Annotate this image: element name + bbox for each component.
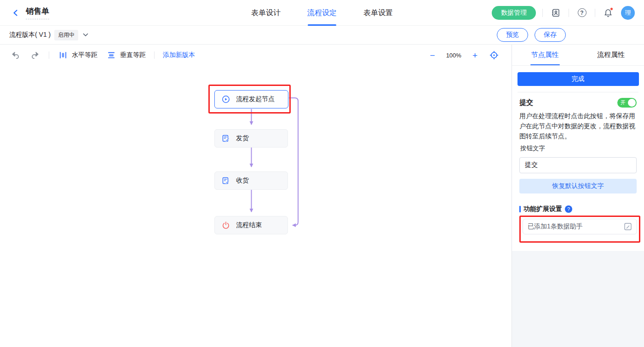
divider <box>154 51 155 59</box>
toggle-on-label: 开 <box>621 99 626 106</box>
back-icon[interactable] <box>9 6 22 19</box>
flow-node-label: 发货 <box>236 134 249 142</box>
save-button[interactable]: 保存 <box>535 28 566 42</box>
tab-form-setting[interactable]: 表单设置 <box>363 0 393 26</box>
toggle-knob <box>628 99 636 107</box>
chevron-down-icon[interactable] <box>83 32 88 38</box>
version-actions: 预览 保存 <box>497 28 635 42</box>
extension-help-icon[interactable]: ? <box>565 205 572 213</box>
vertical-spacing-button[interactable]: 垂直等距 <box>106 50 146 61</box>
horizontal-spacing-button[interactable]: 水平等距 <box>58 50 98 61</box>
undo-icon[interactable] <box>10 50 21 61</box>
status-badge: 启用中 <box>54 30 78 40</box>
top-header: 销售单 表单设计 流程设定 表单设置 数据管理 ? <box>0 0 644 26</box>
flow-node-shipping[interactable]: 发货 <box>214 129 288 148</box>
divider <box>49 51 49 59</box>
flow-node-label: 收货 <box>236 176 249 185</box>
zoom-out-button[interactable]: − <box>430 51 435 60</box>
submit-setting-label: 提交 <box>519 98 533 107</box>
vertical-spacing-icon <box>106 50 117 61</box>
zoom-controls: − 100% + <box>430 50 512 61</box>
preview-button[interactable]: 预览 <box>497 28 528 42</box>
app-window: 销售单 表单设计 流程设定 表单设置 数据管理 ? <box>0 0 644 347</box>
page-title[interactable]: 销售单 <box>26 6 49 19</box>
submit-toggle[interactable]: 开 <box>617 98 637 108</box>
horizontal-spacing-label: 水平等距 <box>72 51 98 59</box>
data-assistant-row[interactable]: 已添加1条数据助手 <box>523 219 637 234</box>
flow-node-receiving[interactable]: 收货 <box>214 171 288 190</box>
horizontal-spacing-icon <box>58 50 69 61</box>
vertical-spacing-label: 垂直等距 <box>120 51 146 59</box>
version-bar: 流程版本( V1 ) 启用中 预览 保存 <box>0 26 644 45</box>
flow-node-label: 流程发起节点 <box>236 95 275 103</box>
fit-center-icon[interactable] <box>489 50 500 61</box>
reset-button-text-button[interactable]: 恢复默认按钮文字 <box>519 179 637 193</box>
submit-description: 用户在处理流程时点击此按钮，将保存用户在此节点中对数据的更改，流程数据视图转至后… <box>519 111 637 142</box>
tab-node-properties[interactable]: 节点属性 <box>512 45 578 65</box>
tab-flow-setting[interactable]: 流程设定 <box>307 0 337 26</box>
divider <box>569 9 569 17</box>
divider <box>595 9 595 17</box>
flow-node-label: 流程结束 <box>236 221 262 229</box>
redo-icon[interactable] <box>29 50 40 61</box>
button-text-input[interactable] <box>519 157 637 173</box>
done-button[interactable]: 完成 <box>518 72 639 86</box>
play-circle-icon <box>222 95 230 103</box>
data-assistant-text: 已添加1条数据助手 <box>528 222 624 231</box>
edit-doc-icon <box>222 134 230 142</box>
main-area: 水平等距 垂直等距 添加新版本 − 100% + <box>0 45 644 347</box>
main-tabs: 表单设计 流程设定 表单设置 <box>251 0 393 26</box>
flow-editor: 水平等距 垂直等距 添加新版本 − 100% + <box>0 45 512 347</box>
add-version-link[interactable]: 添加新版本 <box>163 51 195 59</box>
tab-flow-properties[interactable]: 流程属性 <box>578 45 644 65</box>
flow-node-start[interactable]: 流程发起节点 <box>214 90 288 108</box>
edit-icon[interactable] <box>624 222 632 231</box>
panel-tabs: 节点属性 流程属性 <box>512 45 644 66</box>
tab-form-design[interactable]: 表单设计 <box>251 0 281 26</box>
flow-node-end[interactable]: 流程结束 <box>214 216 288 234</box>
extension-settings-title: 功能扩展设置 <box>523 205 562 213</box>
notification-dot <box>610 7 613 11</box>
properties-panel: 节点属性 流程属性 完成 提交 开 用户在处理流程时点击此按钮，将保存用户在此节… <box>512 45 644 347</box>
power-icon <box>222 221 230 229</box>
edit-doc-icon <box>222 176 230 185</box>
annotation-box-extension: 已添加1条数据助手 <box>519 216 640 243</box>
button-text-label: 按钮文字 <box>519 144 637 153</box>
flow-canvas[interactable]: 流程发起节点 发货 收货 <box>0 66 512 347</box>
divider <box>542 9 543 17</box>
section-marker <box>519 206 521 212</box>
version-label: 流程版本( V1 ) <box>9 31 51 39</box>
flow-toolbar: 水平等距 垂直等距 添加新版本 − 100% + <box>0 45 512 66</box>
divider <box>518 92 638 92</box>
header-actions: 数据管理 ? 理 <box>492 6 635 20</box>
zoom-level: 100% <box>446 52 461 59</box>
data-manage-button[interactable]: 数据管理 <box>492 6 536 20</box>
zoom-in-button[interactable]: + <box>472 51 477 60</box>
help-icon[interactable]: ? <box>575 6 588 19</box>
notification-bell-icon[interactable] <box>602 6 615 19</box>
contacts-icon[interactable] <box>549 6 562 19</box>
panel-content: 完成 提交 开 用户在处理流程时点击此按钮，将保存用户在此节点中对数据的更改，流… <box>512 66 644 251</box>
avatar[interactable]: 理 <box>621 6 635 20</box>
